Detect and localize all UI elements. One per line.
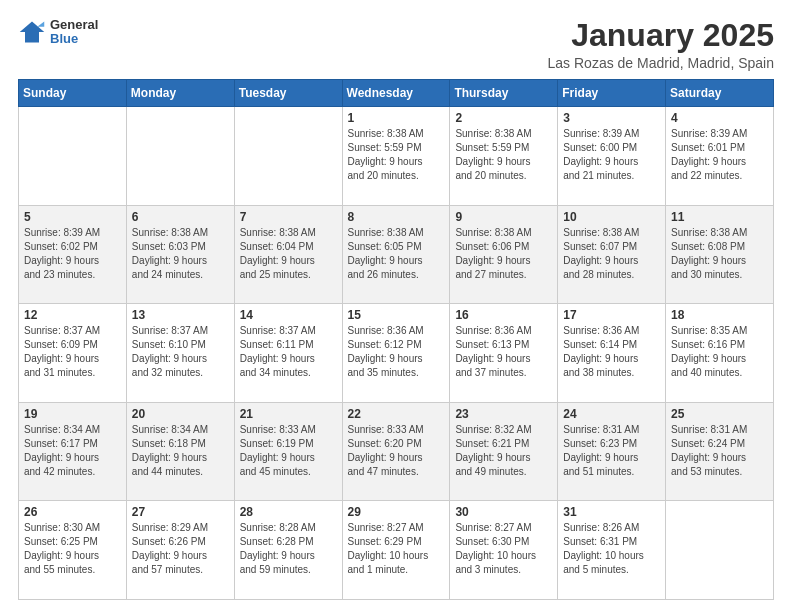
- day-info: Sunrise: 8:27 AM Sunset: 6:30 PM Dayligh…: [455, 521, 552, 577]
- day-number: 21: [240, 407, 337, 421]
- calendar-cell: [234, 107, 342, 206]
- day-info: Sunrise: 8:38 AM Sunset: 6:07 PM Dayligh…: [563, 226, 660, 282]
- calendar-cell: 23Sunrise: 8:32 AM Sunset: 6:21 PM Dayli…: [450, 402, 558, 501]
- calendar-cell: 30Sunrise: 8:27 AM Sunset: 6:30 PM Dayli…: [450, 501, 558, 600]
- day-info: Sunrise: 8:36 AM Sunset: 6:13 PM Dayligh…: [455, 324, 552, 380]
- day-number: 8: [348, 210, 445, 224]
- calendar-cell: 5Sunrise: 8:39 AM Sunset: 6:02 PM Daylig…: [19, 205, 127, 304]
- logo-general-label: General: [50, 18, 98, 32]
- month-title: January 2025: [548, 18, 774, 53]
- calendar-cell: 8Sunrise: 8:38 AM Sunset: 6:05 PM Daylig…: [342, 205, 450, 304]
- day-number: 30: [455, 505, 552, 519]
- day-number: 6: [132, 210, 229, 224]
- calendar-cell: 1Sunrise: 8:38 AM Sunset: 5:59 PM Daylig…: [342, 107, 450, 206]
- calendar-cell: 15Sunrise: 8:36 AM Sunset: 6:12 PM Dayli…: [342, 304, 450, 403]
- calendar-cell: 11Sunrise: 8:38 AM Sunset: 6:08 PM Dayli…: [666, 205, 774, 304]
- calendar-week-row: 1Sunrise: 8:38 AM Sunset: 5:59 PM Daylig…: [19, 107, 774, 206]
- day-number: 23: [455, 407, 552, 421]
- day-info: Sunrise: 8:33 AM Sunset: 6:19 PM Dayligh…: [240, 423, 337, 479]
- day-info: Sunrise: 8:39 AM Sunset: 6:00 PM Dayligh…: [563, 127, 660, 183]
- calendar-week-row: 19Sunrise: 8:34 AM Sunset: 6:17 PM Dayli…: [19, 402, 774, 501]
- day-info: Sunrise: 8:34 AM Sunset: 6:17 PM Dayligh…: [24, 423, 121, 479]
- calendar-cell: 17Sunrise: 8:36 AM Sunset: 6:14 PM Dayli…: [558, 304, 666, 403]
- day-info: Sunrise: 8:38 AM Sunset: 6:08 PM Dayligh…: [671, 226, 768, 282]
- day-info: Sunrise: 8:30 AM Sunset: 6:25 PM Dayligh…: [24, 521, 121, 577]
- day-info: Sunrise: 8:38 AM Sunset: 6:06 PM Dayligh…: [455, 226, 552, 282]
- day-number: 7: [240, 210, 337, 224]
- day-number: 16: [455, 308, 552, 322]
- calendar-cell: 4Sunrise: 8:39 AM Sunset: 6:01 PM Daylig…: [666, 107, 774, 206]
- day-number: 22: [348, 407, 445, 421]
- calendar-table: SundayMondayTuesdayWednesdayThursdayFrid…: [18, 79, 774, 600]
- day-number: 20: [132, 407, 229, 421]
- calendar-cell: 28Sunrise: 8:28 AM Sunset: 6:28 PM Dayli…: [234, 501, 342, 600]
- day-number: 1: [348, 111, 445, 125]
- day-info: Sunrise: 8:29 AM Sunset: 6:26 PM Dayligh…: [132, 521, 229, 577]
- calendar-cell: 16Sunrise: 8:36 AM Sunset: 6:13 PM Dayli…: [450, 304, 558, 403]
- page: General Blue January 2025 Las Rozas de M…: [0, 0, 792, 612]
- day-info: Sunrise: 8:37 AM Sunset: 6:09 PM Dayligh…: [24, 324, 121, 380]
- calendar-cell: 2Sunrise: 8:38 AM Sunset: 5:59 PM Daylig…: [450, 107, 558, 206]
- day-number: 24: [563, 407, 660, 421]
- calendar-cell: 13Sunrise: 8:37 AM Sunset: 6:10 PM Dayli…: [126, 304, 234, 403]
- weekday-header-monday: Monday: [126, 80, 234, 107]
- day-number: 13: [132, 308, 229, 322]
- day-info: Sunrise: 8:38 AM Sunset: 6:05 PM Dayligh…: [348, 226, 445, 282]
- day-info: Sunrise: 8:39 AM Sunset: 6:02 PM Dayligh…: [24, 226, 121, 282]
- day-number: 28: [240, 505, 337, 519]
- day-info: Sunrise: 8:34 AM Sunset: 6:18 PM Dayligh…: [132, 423, 229, 479]
- calendar-cell: 7Sunrise: 8:38 AM Sunset: 6:04 PM Daylig…: [234, 205, 342, 304]
- weekday-header-sunday: Sunday: [19, 80, 127, 107]
- day-number: 17: [563, 308, 660, 322]
- day-number: 12: [24, 308, 121, 322]
- day-number: 26: [24, 505, 121, 519]
- title-block: January 2025 Las Rozas de Madrid, Madrid…: [548, 18, 774, 71]
- day-number: 14: [240, 308, 337, 322]
- calendar-cell: 18Sunrise: 8:35 AM Sunset: 6:16 PM Dayli…: [666, 304, 774, 403]
- calendar-cell: 27Sunrise: 8:29 AM Sunset: 6:26 PM Dayli…: [126, 501, 234, 600]
- svg-marker-1: [37, 22, 44, 27]
- weekday-header-friday: Friday: [558, 80, 666, 107]
- calendar-header-row: SundayMondayTuesdayWednesdayThursdayFrid…: [19, 80, 774, 107]
- calendar-cell: 9Sunrise: 8:38 AM Sunset: 6:06 PM Daylig…: [450, 205, 558, 304]
- location: Las Rozas de Madrid, Madrid, Spain: [548, 55, 774, 71]
- calendar-cell: 20Sunrise: 8:34 AM Sunset: 6:18 PM Dayli…: [126, 402, 234, 501]
- logo-icon: [18, 18, 46, 46]
- day-number: 3: [563, 111, 660, 125]
- day-info: Sunrise: 8:27 AM Sunset: 6:29 PM Dayligh…: [348, 521, 445, 577]
- calendar-cell: 14Sunrise: 8:37 AM Sunset: 6:11 PM Dayli…: [234, 304, 342, 403]
- day-info: Sunrise: 8:36 AM Sunset: 6:12 PM Dayligh…: [348, 324, 445, 380]
- logo: General Blue: [18, 18, 98, 47]
- day-number: 31: [563, 505, 660, 519]
- day-info: Sunrise: 8:32 AM Sunset: 6:21 PM Dayligh…: [455, 423, 552, 479]
- calendar-week-row: 26Sunrise: 8:30 AM Sunset: 6:25 PM Dayli…: [19, 501, 774, 600]
- calendar-cell: 19Sunrise: 8:34 AM Sunset: 6:17 PM Dayli…: [19, 402, 127, 501]
- calendar-cell: 26Sunrise: 8:30 AM Sunset: 6:25 PM Dayli…: [19, 501, 127, 600]
- calendar-cell: [19, 107, 127, 206]
- header: General Blue January 2025 Las Rozas de M…: [18, 18, 774, 71]
- day-info: Sunrise: 8:38 AM Sunset: 6:03 PM Dayligh…: [132, 226, 229, 282]
- day-info: Sunrise: 8:28 AM Sunset: 6:28 PM Dayligh…: [240, 521, 337, 577]
- calendar-cell: 21Sunrise: 8:33 AM Sunset: 6:19 PM Dayli…: [234, 402, 342, 501]
- day-number: 29: [348, 505, 445, 519]
- day-number: 9: [455, 210, 552, 224]
- day-info: Sunrise: 8:31 AM Sunset: 6:23 PM Dayligh…: [563, 423, 660, 479]
- day-number: 4: [671, 111, 768, 125]
- day-info: Sunrise: 8:39 AM Sunset: 6:01 PM Dayligh…: [671, 127, 768, 183]
- logo-blue-label: Blue: [50, 32, 98, 46]
- calendar-cell: 24Sunrise: 8:31 AM Sunset: 6:23 PM Dayli…: [558, 402, 666, 501]
- day-info: Sunrise: 8:38 AM Sunset: 5:59 PM Dayligh…: [348, 127, 445, 183]
- calendar-cell: 6Sunrise: 8:38 AM Sunset: 6:03 PM Daylig…: [126, 205, 234, 304]
- day-number: 19: [24, 407, 121, 421]
- logo-text: General Blue: [50, 18, 98, 47]
- calendar-week-row: 12Sunrise: 8:37 AM Sunset: 6:09 PM Dayli…: [19, 304, 774, 403]
- weekday-header-saturday: Saturday: [666, 80, 774, 107]
- calendar-cell: 3Sunrise: 8:39 AM Sunset: 6:00 PM Daylig…: [558, 107, 666, 206]
- day-number: 10: [563, 210, 660, 224]
- calendar-cell: 25Sunrise: 8:31 AM Sunset: 6:24 PM Dayli…: [666, 402, 774, 501]
- weekday-header-tuesday: Tuesday: [234, 80, 342, 107]
- day-info: Sunrise: 8:38 AM Sunset: 6:04 PM Dayligh…: [240, 226, 337, 282]
- calendar-cell: [666, 501, 774, 600]
- day-info: Sunrise: 8:33 AM Sunset: 6:20 PM Dayligh…: [348, 423, 445, 479]
- day-number: 15: [348, 308, 445, 322]
